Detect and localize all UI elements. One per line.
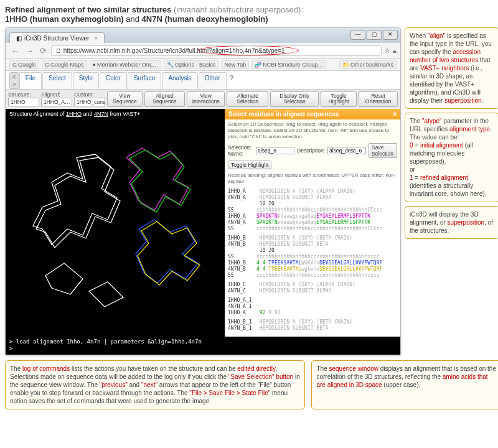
callout-superposition: iCn3D will display the 3D alignment, or … bbox=[405, 206, 498, 239]
custom-label: Custom: bbox=[74, 91, 105, 98]
view-sequence-button[interactable]: View Sequence bbox=[107, 91, 143, 107]
toolbar: Structure:1HHO Aligned:1HHO_A… Custom:1H… bbox=[6, 90, 400, 109]
toggle-highlight-button[interactable]: Toggle Highlight bbox=[321, 91, 357, 107]
menu-surface[interactable]: Surface bbox=[128, 72, 161, 89]
tab-title: iCn3D Structure Viewer bbox=[24, 35, 89, 42]
callout-align: When "align" is specified as the input t… bbox=[405, 27, 498, 109]
help-icon[interactable]: ? bbox=[230, 74, 234, 89]
bookmark-item[interactable]: New Tab bbox=[221, 60, 249, 69]
google-icon: G bbox=[12, 62, 17, 68]
menu-file[interactable]: File bbox=[19, 72, 42, 89]
aligned-select[interactable]: 1HHO_A… bbox=[41, 98, 72, 106]
sel-desc-label: Description: bbox=[297, 147, 325, 154]
subtitle: (invariant substructure superposed): bbox=[174, 5, 303, 14]
folder-icon: 📁 bbox=[342, 62, 349, 68]
menu-select[interactable]: Select bbox=[42, 72, 72, 89]
google-icon: G bbox=[45, 62, 49, 68]
menu-icon[interactable]: ≡ bbox=[393, 47, 397, 55]
url-input[interactable]: 🗋 https://www.ncbi.nlm.nih.gov/Structure… bbox=[51, 45, 382, 56]
redo-button[interactable]: > bbox=[11, 81, 18, 88]
browser-tab[interactable]: ◧ iCn3D Structure Viewer × bbox=[9, 32, 105, 43]
viewer-title: Structure Alignment of 1HHO and 4N7N fro… bbox=[9, 111, 140, 117]
custom-select[interactable]: 1HHO_cons bbox=[74, 98, 105, 106]
selection-desc-input[interactable] bbox=[327, 147, 366, 154]
reload-button[interactable]: ⟳ bbox=[38, 46, 49, 55]
close-window-button[interactable]: ✕ bbox=[383, 30, 398, 40]
menu-other[interactable]: Other bbox=[199, 72, 227, 89]
aligned-sequence-button[interactable]: Aligned Sequence bbox=[144, 91, 185, 107]
structure-drawing bbox=[8, 120, 222, 325]
callout-seqwin: The sequence window displays an alignmen… bbox=[311, 360, 498, 409]
bookmark-item[interactable]: 🧬NCBI Structure Group… bbox=[251, 60, 326, 69]
other-bookmarks[interactable]: 📁Other bookmarks bbox=[339, 60, 397, 69]
undo-redo-group: < > bbox=[9, 72, 19, 89]
forward-button[interactable]: → bbox=[24, 46, 35, 55]
callout-atype: The "atype" parameter in the URL specifi… bbox=[405, 113, 498, 202]
undo-button[interactable]: < bbox=[11, 73, 18, 80]
page-title: Refined alignment of two similar structu… bbox=[5, 5, 498, 24]
view-interactions-button[interactable]: View Interactions bbox=[187, 91, 225, 107]
ncbi-icon: 🧬 bbox=[255, 62, 261, 68]
maximize-button[interactable]: ▢ bbox=[367, 30, 382, 40]
panel-close-icon[interactable]: × bbox=[393, 111, 397, 118]
callout-log: The log of commands lists the actions yo… bbox=[5, 360, 305, 409]
command-log[interactable]: > load alignment 1hho, 4n7n | parameters… bbox=[6, 337, 400, 355]
minimize-button[interactable]: — bbox=[350, 30, 365, 40]
bookmark-item[interactable]: 🔧Options - Basics bbox=[164, 60, 219, 69]
address-bar-row: ← → ⟳ 🗋 https://www.ncbi.nlm.nih.gov/Str… bbox=[6, 43, 400, 59]
structure-viewer[interactable]: Structure Alignment of 1HHO and 4N7N fro… bbox=[6, 109, 225, 332]
menu-analysis[interactable]: Analysis bbox=[162, 72, 197, 89]
log-prompt: > bbox=[9, 345, 397, 353]
bookmark-item[interactable]: GGoogle Maps bbox=[42, 60, 87, 69]
page-icon: 🗋 bbox=[55, 47, 62, 54]
sel-name-label: Selection: Name: bbox=[228, 144, 253, 157]
circle-icon: ● bbox=[93, 62, 96, 68]
panel-title: Select residues in aligned sequences bbox=[228, 111, 339, 118]
log-line: > load alignment 1hho, 4n7n | parameters… bbox=[9, 338, 397, 346]
alternate-selection-button[interactable]: Alternate Selection bbox=[227, 91, 268, 107]
menu-style[interactable]: Style bbox=[73, 72, 99, 89]
url-text: https://www.ncbi.nlm.nih.gov/Structure/i… bbox=[63, 47, 285, 54]
bookmark-item[interactable]: ●Merriam-Webster OnL… bbox=[90, 60, 161, 69]
sequence-area[interactable]: 1HHO_A HEMOGLOBIN A (OXY) (ALPHA CHAIN)4… bbox=[225, 187, 400, 337]
display-only-selection-button[interactable]: Display Only Selection bbox=[270, 91, 319, 107]
bookmark-star-icon[interactable]: ☆ bbox=[384, 47, 390, 55]
structure-select[interactable]: 1HHO bbox=[8, 98, 39, 106]
bookmark-item[interactable]: GGoogle bbox=[9, 60, 39, 69]
toggle-highlight-panel-button[interactable]: Toggle Highlight bbox=[228, 161, 271, 169]
instructions: Select on 1D Sequences: drag to select, … bbox=[225, 119, 400, 142]
browser-window: ◧ iCn3D Structure Viewer × — ▢ ✕ ← → ⟳ 🗋… bbox=[5, 27, 401, 355]
app-menu-bar: < > File Select Style Color Surface Anal… bbox=[6, 71, 400, 90]
back-button[interactable]: ← bbox=[9, 46, 21, 55]
sequence-panel: Select residues in aligned sequences× Se… bbox=[225, 109, 400, 337]
residue-labeling-note: Residue labeling: aligned residue with c… bbox=[225, 170, 400, 187]
menu-color[interactable]: Color bbox=[100, 72, 127, 89]
selection-name-input[interactable] bbox=[256, 147, 294, 154]
save-selection-button[interactable]: Save Selection bbox=[369, 143, 397, 158]
tab-strip: ◧ iCn3D Structure Viewer × — ▢ ✕ bbox=[6, 28, 400, 43]
reset-orientation-button[interactable]: Reset Orientation bbox=[359, 91, 398, 107]
aligned-label: Aligned: bbox=[41, 91, 72, 98]
bookmarks-bar: GGoogle GGoogle Maps ●Merriam-Webster On… bbox=[6, 59, 400, 71]
close-icon[interactable]: × bbox=[94, 35, 98, 42]
cube-icon: ◧ bbox=[16, 35, 22, 42]
wrench-icon: 🔧 bbox=[167, 62, 174, 68]
structure-label: Structure: bbox=[8, 91, 39, 98]
